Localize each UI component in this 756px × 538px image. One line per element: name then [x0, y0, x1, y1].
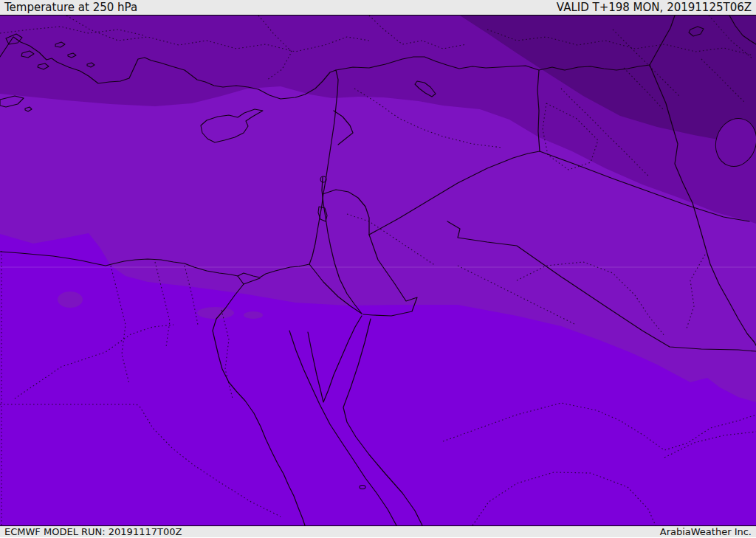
valid-time-label: VALID T+198 MON, 20191125T06Z [557, 2, 752, 13]
model-run-label: ECMWF MODEL RUN: 20191117T00Z [4, 527, 182, 537]
mid-pocket-suez-b [244, 311, 263, 319]
weather-map [0, 15, 756, 525]
footer-bar: ECMWF MODEL RUN: 20191117T00Z ArabiaWeat… [0, 525, 756, 537]
map-title: Temperature at 250 hPa [4, 2, 137, 13]
mid-pocket-suez-a [197, 307, 234, 319]
mid-pocket-west [58, 292, 83, 308]
header-bar: Temperature at 250 hPa VALID T+198 MON, … [0, 0, 756, 15]
brand-label: ArabiaWeather Inc. [660, 527, 752, 537]
